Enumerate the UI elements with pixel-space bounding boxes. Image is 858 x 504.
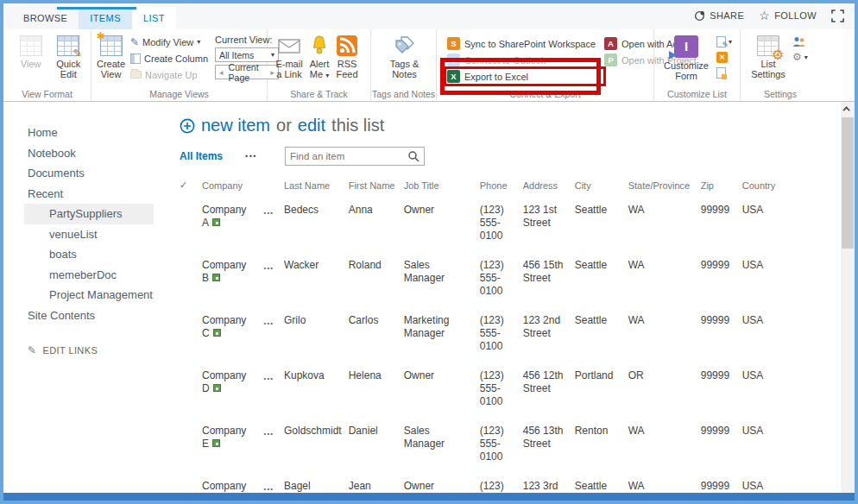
focus-mode-icon[interactable] — [831, 9, 844, 22]
search-input[interactable] — [290, 151, 407, 161]
connect-outlook-button[interactable]: O Connect to Outlook — [447, 53, 596, 67]
company-name[interactable]: Company D — [202, 369, 256, 395]
view-more-ellipsis[interactable]: ••• — [245, 152, 257, 161]
list-command-line: new item or edit this list — [180, 116, 855, 135]
state-cell: WA — [628, 310, 701, 365]
share-button[interactable]: SHARE — [694, 10, 744, 22]
sidebar-item-notebook[interactable]: Notebook — [24, 143, 154, 164]
alert-me-button[interactable]: Alert Me ▾ — [306, 34, 333, 81]
view-tab-all-items[interactable]: All Items — [180, 150, 223, 162]
outlook-icon: O — [447, 54, 460, 66]
view-button[interactable]: View — [12, 34, 50, 69]
address-cell: 456 13th Street — [523, 420, 575, 476]
group-view-format: View ✎ Quick Edit View Format — [3, 29, 91, 101]
tab-browse[interactable]: BROWSE — [12, 7, 79, 29]
search-icon[interactable] — [407, 150, 420, 162]
first-name-cell: Daniel — [349, 420, 404, 476]
column-header-zip[interactable]: Zip — [701, 180, 742, 199]
form-web-parts-button[interactable]: ✎ ▾ — [716, 35, 732, 47]
company-name[interactable]: Company B — [202, 259, 256, 285]
sidebar-item-project-management[interactable]: Project Management — [24, 285, 154, 306]
scrollbar-thumb[interactable] — [842, 117, 854, 249]
follow-button[interactable]: ☆ FOLLOW — [759, 9, 817, 22]
navigate-up-button[interactable]: Navigate Up — [130, 67, 208, 82]
scrollbar-up-button[interactable] — [841, 102, 855, 116]
this-list-text: this list — [331, 116, 384, 135]
column-header-phone[interactable]: Phone — [480, 180, 523, 199]
row-select-cell[interactable] — [180, 255, 202, 310]
zip-cell: 99999 — [701, 420, 742, 476]
new-item-badge-dot — [216, 332, 218, 335]
sidebar-item-recent[interactable]: Recent — [24, 184, 154, 205]
group-connect-export: S Sync to SharePoint Workspace O Connect… — [437, 29, 654, 101]
state-cell: WA — [628, 255, 701, 310]
prev-page-icon[interactable]: ◂ — [219, 68, 224, 77]
create-view-button[interactable]: ✱ Create View — [97, 34, 125, 79]
edit-links-button[interactable]: ✎EDIT LINKS — [24, 344, 169, 356]
chevron-down-icon: ▾ — [197, 38, 200, 46]
gear-icon: ⚙ — [772, 48, 784, 62]
tags-notes-button[interactable]: Tags & Notes — [381, 34, 429, 79]
column-header-city[interactable]: City — [575, 180, 628, 199]
sidebar-item-venuelist[interactable]: venueList — [24, 224, 154, 245]
share-icon — [694, 10, 705, 22]
tab-items[interactable]: ITEMS — [79, 7, 132, 29]
column-header-first-name[interactable]: First Name — [349, 180, 404, 199]
column-header-job-title[interactable]: Job Title — [404, 180, 480, 199]
new-item-link[interactable]: new item — [201, 116, 270, 135]
workflow-settings-button[interactable]: ⚙ ▾ — [792, 51, 808, 63]
select-all-checkmark[interactable]: ✓ — [180, 180, 202, 199]
plus-circle-icon[interactable] — [180, 118, 195, 134]
export-to-excel-button[interactable]: X Export to Excel — [447, 69, 596, 84]
list-settings-button[interactable]: ⚙ List Settings — [748, 34, 789, 79]
tab-list[interactable]: LIST — [132, 7, 176, 29]
zip-cell: 99999 — [701, 310, 742, 365]
edit-list-link[interactable]: edit — [298, 116, 325, 135]
sidebar-item-partysuppliers[interactable]: PartySuppliers — [24, 204, 154, 224]
sidebar-item-site-contents[interactable]: Site Contents — [24, 306, 154, 326]
column-header-country[interactable]: Country — [742, 180, 791, 199]
country-cell: USA — [742, 365, 791, 420]
company-name[interactable]: Company C — [202, 314, 256, 340]
or-text: or — [276, 116, 292, 135]
row-select-cell[interactable] — [180, 199, 202, 255]
email-link-button[interactable]: E-mail a Link — [273, 34, 306, 79]
quick-step-icon — [716, 67, 726, 79]
sidebar-item-documents[interactable]: Documents — [24, 163, 154, 184]
sidebar-item-boats[interactable]: boats — [24, 244, 154, 265]
list-permissions-button[interactable] — [792, 35, 808, 47]
company-cell: Company A••• — [202, 199, 284, 255]
last-name-cell: Goldschmidt — [284, 420, 349, 476]
sidebar-item-home[interactable]: Home — [24, 123, 154, 143]
new-item-badge — [212, 274, 220, 281]
row-select-cell[interactable] — [180, 365, 202, 420]
item-menu-ellipsis[interactable]: ••• — [264, 372, 274, 385]
sync-workspace-button[interactable]: S Sync to SharePoint Workspace — [447, 36, 596, 51]
form-web-parts-icon: ✎ — [716, 36, 726, 47]
item-menu-ellipsis[interactable]: ••• — [264, 317, 274, 330]
new-quick-step-button[interactable] — [716, 66, 732, 79]
item-menu-ellipsis[interactable]: ••• — [264, 206, 274, 219]
column-header-company[interactable]: Company — [202, 180, 284, 199]
group-tags-notes: Tags & Notes Tags and Notes — [371, 29, 437, 101]
column-header-last-name[interactable]: Last Name — [284, 180, 349, 199]
sidebar-item-memeberdoc[interactable]: memeberDoc — [24, 265, 154, 286]
modify-view-button[interactable]: ✎ Modify View ▾ — [130, 35, 208, 49]
customize-form-button[interactable]: I Customize Form — [663, 34, 710, 81]
quick-edit-button[interactable]: ✎ Quick Edit — [50, 34, 88, 79]
column-header-state-province[interactable]: State/Province — [628, 180, 701, 199]
company-name[interactable]: Company E — [202, 425, 256, 450]
row-select-cell[interactable] — [180, 310, 202, 365]
create-column-button[interactable]: Create Column — [130, 51, 208, 66]
navigate-up-icon — [130, 71, 142, 79]
row-select-cell[interactable] — [180, 420, 202, 476]
company-name[interactable]: Company A — [202, 204, 256, 230]
city-cell: Portland — [575, 365, 628, 420]
phone-cell: (123) 555-0100 — [480, 310, 523, 365]
vertical-scrollbar[interactable] — [841, 102, 855, 495]
item-menu-ellipsis[interactable]: ••• — [264, 427, 274, 440]
item-menu-ellipsis[interactable]: ••• — [264, 261, 274, 274]
rss-feed-button[interactable]: RSS Feed — [333, 34, 361, 79]
column-header-address[interactable]: Address — [523, 180, 575, 199]
edit-list-button[interactable]: ✕ — [716, 51, 732, 63]
